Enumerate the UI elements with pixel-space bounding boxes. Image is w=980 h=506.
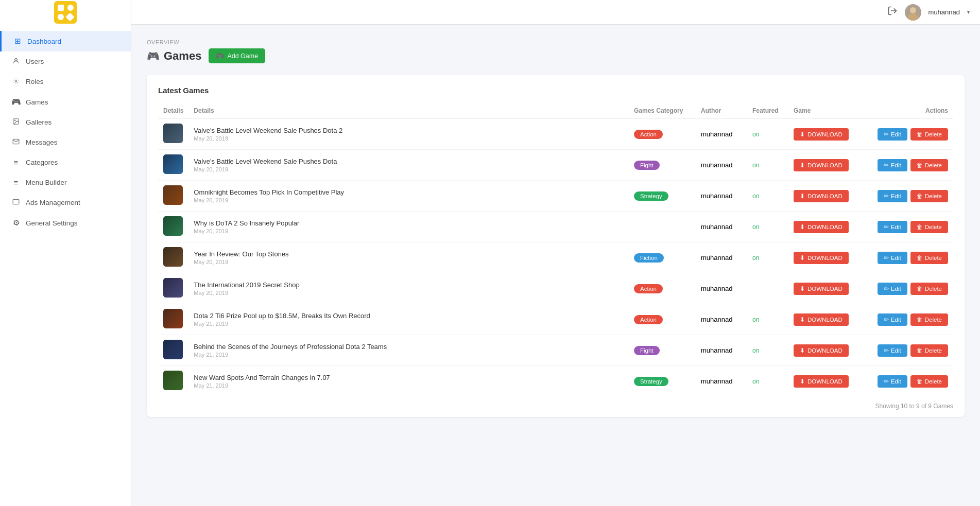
game-thumbnail	[163, 247, 183, 267]
col-author: Author	[696, 103, 747, 119]
edit-button[interactable]: ✏ Edit	[878, 190, 907, 202]
cell-thumb	[158, 273, 188, 304]
cell-category: Fight	[629, 150, 696, 181]
category-badge: Action	[634, 284, 663, 293]
sidebar-item-categores[interactable]: ≡ Categores	[0, 152, 131, 172]
cell-download: ⬇DOWNLOAD	[788, 273, 871, 304]
sidebar-item-menu-builder[interactable]: ≡ Menu Builder	[0, 172, 131, 193]
table-row: Behind the Scenes of the Journeys of Pro…	[158, 335, 953, 366]
col-category: Games Category	[629, 103, 696, 119]
action-buttons: ✏ Edit🗑 Delete	[876, 283, 948, 295]
cell-download: ⬇DOWNLOAD	[788, 366, 871, 397]
svg-point-6	[910, 7, 916, 13]
download-button[interactable]: ⬇DOWNLOAD	[794, 313, 849, 326]
game-thumbnail	[163, 340, 183, 359]
col-featured: Featured	[747, 103, 788, 119]
edit-button[interactable]: ✏ Edit	[878, 344, 907, 357]
cell-category: Strategy	[629, 181, 696, 212]
featured-status: on	[752, 254, 759, 261]
game-title-text: The International 2019 Secret Shop	[194, 281, 624, 289]
game-date: May 20, 2019	[194, 197, 624, 203]
table-row: The International 2019 Secret ShopMay 20…	[158, 273, 953, 304]
user-menu-caret[interactable]: ▾	[967, 9, 970, 15]
sidebar-item-label: Menu Builder	[26, 179, 67, 186]
sidebar-item-galleres[interactable]: Galleres	[0, 112, 131, 132]
cell-category: Action	[629, 119, 696, 150]
cell-actions: ✏ Edit🗑 Delete	[871, 212, 953, 242]
game-date: May 20, 2019	[194, 228, 624, 234]
logo-svg	[57, 4, 74, 21]
download-icon: ⬇	[800, 285, 805, 292]
edit-button[interactable]: ✏ Edit	[878, 221, 907, 233]
sidebar-item-messages[interactable]: Messages	[0, 132, 131, 152]
delete-button[interactable]: 🗑 Delete	[910, 375, 948, 388]
cell-author: muhannad	[696, 304, 747, 335]
table-row: Year In Review: Our Top StoriesMay 20, 2…	[158, 242, 953, 273]
action-buttons: ✏ Edit🗑 Delete	[876, 190, 948, 202]
delete-button[interactable]: 🗑 Delete	[910, 128, 948, 141]
game-thumbnail	[163, 371, 183, 390]
sidebar-item-games[interactable]: 🎮 Games	[0, 92, 131, 112]
edit-button[interactable]: ✏ Edit	[878, 375, 907, 388]
download-button[interactable]: ⬇DOWNLOAD	[794, 128, 849, 141]
sidebar-item-general-settings[interactable]: ⚙ General Settings	[0, 213, 131, 233]
download-button[interactable]: ⬇DOWNLOAD	[794, 252, 849, 264]
cell-actions: ✏ Edit🗑 Delete	[871, 181, 953, 212]
menu-builder-icon: ≡	[11, 178, 21, 187]
delete-button[interactable]: 🗑 Delete	[910, 344, 948, 357]
sidebar-item-dashboard[interactable]: ⊞ Dashboard	[0, 31, 131, 51]
edit-button[interactable]: ✏ Edit	[878, 128, 907, 141]
delete-button[interactable]: 🗑 Delete	[910, 221, 948, 233]
download-label: DOWNLOAD	[807, 347, 843, 354]
cell-category: Fight	[629, 335, 696, 366]
cell-title: Why is DoTA 2 So Insanely PopularMay 20,…	[188, 212, 629, 242]
table-header: Details Details Games Category Author Fe…	[158, 103, 953, 119]
cell-download: ⬇DOWNLOAD	[788, 181, 871, 212]
edit-button[interactable]: ✏ Edit	[878, 159, 907, 171]
logout-button[interactable]	[887, 6, 898, 19]
download-button[interactable]: ⬇DOWNLOAD	[794, 344, 849, 357]
user-name-label[interactable]: muhannad	[929, 8, 960, 16]
edit-button[interactable]: ✏ Edit	[878, 313, 907, 326]
action-buttons: ✏ Edit🗑 Delete	[876, 221, 948, 233]
topbar-right: muhannad ▾	[887, 4, 970, 21]
table-body: Valve's Battle Level Weekend Sale Pushes…	[158, 119, 953, 397]
add-game-label: Add Game	[227, 53, 258, 60]
download-icon: ⬇	[800, 316, 805, 323]
table-row: Omniknight Becomes Top Pick In Competiti…	[158, 181, 953, 212]
delete-button[interactable]: 🗑 Delete	[910, 252, 948, 264]
delete-button[interactable]: 🗑 Delete	[910, 283, 948, 295]
cell-author: muhannad	[696, 335, 747, 366]
pencil-icon: ✏	[884, 347, 889, 354]
edit-button[interactable]: ✏ Edit	[878, 252, 907, 264]
game-date: May 20, 2019	[194, 259, 624, 265]
delete-button[interactable]: 🗑 Delete	[910, 159, 948, 171]
sidebar-item-users[interactable]: Users	[0, 51, 131, 72]
cell-author: muhannad	[696, 181, 747, 212]
edit-button[interactable]: ✏ Edit	[878, 283, 907, 295]
game-date: May 20, 2019	[194, 135, 624, 142]
pencil-icon: ✏	[884, 316, 889, 323]
trash-icon: 🗑	[917, 162, 923, 168]
download-button[interactable]: ⬇DOWNLOAD	[794, 283, 849, 295]
download-button[interactable]: ⬇DOWNLOAD	[794, 159, 849, 171]
download-button[interactable]: ⬇DOWNLOAD	[794, 190, 849, 202]
pencil-icon: ✏	[884, 378, 889, 385]
col-details-title: Details	[188, 103, 629, 119]
delete-button[interactable]: 🗑 Delete	[910, 313, 948, 326]
download-label: DOWNLOAD	[807, 131, 843, 137]
download-button[interactable]: ⬇DOWNLOAD	[794, 375, 849, 388]
cell-download: ⬇DOWNLOAD	[788, 242, 871, 273]
download-icon: ⬇	[800, 193, 805, 200]
add-game-button[interactable]: 🎮 Add Game	[209, 48, 265, 63]
col-game: Game	[788, 103, 871, 119]
games-table: Details Details Games Category Author Fe…	[158, 103, 953, 396]
table-row: Valve's Battle Level Weekend Sale Pushes…	[158, 119, 953, 150]
sidebar-item-roles[interactable]: Roles	[0, 72, 131, 92]
cell-title: Behind the Scenes of the Journeys of Pro…	[188, 335, 629, 366]
game-thumbnail	[163, 154, 183, 174]
category-badge: Action	[634, 315, 663, 324]
download-button[interactable]: ⬇DOWNLOAD	[794, 221, 849, 233]
delete-button[interactable]: 🗑 Delete	[910, 190, 948, 202]
sidebar-item-ads-management[interactable]: Ads Management	[0, 193, 131, 213]
